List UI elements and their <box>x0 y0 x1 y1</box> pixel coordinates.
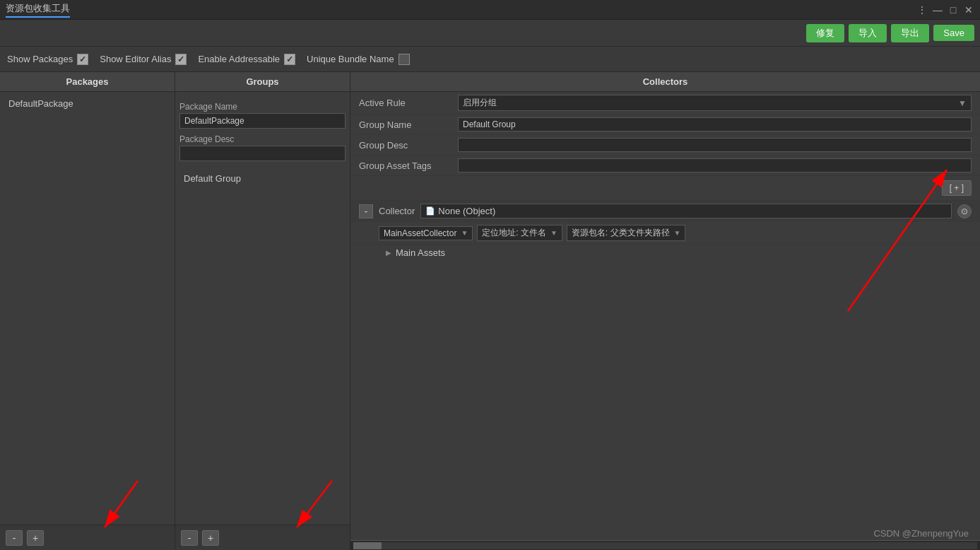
package-name-input[interactable] <box>179 113 346 129</box>
groups-content: Package Name Package Desc Default Group <box>175 92 350 525</box>
collectors-header: Collectors <box>350 72 980 92</box>
more-btn[interactable]: ⋮ <box>916 4 928 16</box>
packages-plus-btn[interactable]: + <box>27 530 44 546</box>
collectors-body: Active Rule 启用分组 ▼ Group Name <box>350 92 980 540</box>
title-bar: 资源包收集工具 ⋮ — □ ✕ <box>0 0 980 20</box>
scroll-thumb <box>353 542 382 549</box>
maximize-btn[interactable]: □ <box>947 4 959 16</box>
group-desc-value <box>458 138 972 152</box>
collectors-panel: Collectors Active Rule 启用分组 ▼ Group Name <box>350 72 980 550</box>
packages-footer: - + <box>0 525 175 550</box>
toolbar: 修复 导入 导出 Save <box>0 20 980 47</box>
file-icon: 📄 <box>425 206 435 216</box>
title-bar-right: ⋮ — □ ✕ <box>916 4 974 16</box>
active-rule-select[interactable]: 启用分组 ▼ <box>458 95 972 111</box>
groups-footer: - + <box>175 525 350 550</box>
scroll-track <box>353 542 977 549</box>
group-asset-tags-value <box>458 158 972 172</box>
collector-minus-btn[interactable]: - <box>359 204 373 218</box>
title-bar-left: 资源包收集工具 <box>6 2 70 18</box>
show-packages-checkbox[interactable] <box>77 54 88 65</box>
group-desc-label: Group Desc <box>359 140 458 151</box>
resource-name-text: 资源包名: 父类文件夹路径 <box>572 227 670 239</box>
main-asset-collector-text: MainAssetCollector <box>384 228 456 238</box>
group-asset-tags-input[interactable] <box>458 158 972 172</box>
groups-minus-btn[interactable]: - <box>181 530 198 546</box>
group-desc-input[interactable] <box>458 138 972 152</box>
active-rule-arrow: ▼ <box>958 98 967 108</box>
package-desc-label: Package Desc <box>179 134 346 144</box>
resource-name-dropdown[interactable]: 资源包名: 父类文件夹路径 ▼ <box>567 225 686 241</box>
packages-header: Packages <box>0 72 175 92</box>
group-name-input[interactable] <box>458 117 972 131</box>
window-title: 资源包收集工具 <box>6 2 70 18</box>
collector-settings-btn[interactable]: ⊙ <box>957 204 972 218</box>
triangle-icon: ▶ <box>386 249 391 257</box>
show-packages-option: Show Packages <box>7 54 88 65</box>
show-editor-alias-checkbox[interactable] <box>175 54 187 65</box>
unique-bundle-name-label: Unique Bundle Name <box>307 54 394 64</box>
minimize-btn[interactable]: — <box>932 4 943 16</box>
horizontal-scrollbar[interactable] <box>350 540 980 550</box>
collector-dropdown-arrow: ▼ <box>461 229 468 237</box>
close-btn[interactable]: ✕ <box>963 4 974 16</box>
collector-object-field[interactable]: 📄 None (Object) <box>420 204 952 218</box>
main-assets-label: Main Assets <box>396 247 445 258</box>
watermark: CSDN @ZhenpengYue <box>873 528 969 539</box>
show-editor-alias-option: Show Editor Alias <box>100 54 187 65</box>
add-collector-btn[interactable]: [ + ] <box>942 180 972 196</box>
resource-name-arrow: ▼ <box>674 229 681 237</box>
active-rule-value: 启用分组 ▼ <box>458 95 972 111</box>
add-collector-row: [ + ] <box>350 176 980 201</box>
packages-minus-btn[interactable]: - <box>6 530 23 546</box>
collector-label: Collector <box>379 206 415 216</box>
enable-addressable-label: Enable Addressable <box>198 54 280 64</box>
active-rule-text: 启用分组 <box>463 97 497 109</box>
package-desc-input[interactable] <box>179 146 346 161</box>
enable-addressable-checkbox[interactable] <box>284 54 295 65</box>
show-editor-alias-label: Show Editor Alias <box>100 54 171 64</box>
show-packages-label: Show Packages <box>7 54 73 64</box>
package-name-label: Package Name <box>179 102 346 112</box>
active-rule-row: Active Rule 启用分组 ▼ <box>350 92 980 115</box>
address-label-dropdown[interactable]: 定位地址: 文件名 ▼ <box>477 225 562 241</box>
groups-header: Groups <box>175 72 350 92</box>
collector-main-row: - Collector 📄 None (Object) ⊙ <box>350 201 980 222</box>
packages-content: DefaultPackage <box>0 92 175 525</box>
main-asset-collector-dropdown[interactable]: MainAssetCollector ▼ <box>379 226 473 240</box>
main-assets-row: ▶ Main Assets <box>350 245 980 261</box>
group-name-row: Group Name <box>350 115 980 135</box>
address-dropdown-arrow: ▼ <box>550 229 557 237</box>
unique-bundle-name-option: Unique Bundle Name <box>307 54 410 65</box>
options-row: Show Packages Show Editor Alias Enable A… <box>0 47 980 72</box>
package-item-default[interactable]: DefaultPackage <box>4 96 170 111</box>
collector-object-text: None (Object) <box>438 206 495 216</box>
export-button[interactable]: 导出 <box>891 24 929 42</box>
group-asset-tags-label: Group Asset Tags <box>359 160 458 171</box>
collector-dropdowns: MainAssetCollector ▼ 定位地址: 文件名 ▼ 资源包名: 父… <box>350 222 980 245</box>
unique-bundle-name-checkbox[interactable] <box>399 54 410 65</box>
groups-plus-btn[interactable]: + <box>202 530 219 546</box>
address-label-text: 定位地址: 文件名 <box>482 227 546 239</box>
group-desc-row: Group Desc <box>350 135 980 156</box>
group-name-label: Group Name <box>359 119 458 130</box>
main-layout: Packages DefaultPackage - + Groups Packa… <box>0 72 980 550</box>
group-name-value <box>458 117 972 131</box>
packages-panel: Packages DefaultPackage - + <box>0 72 175 550</box>
import-button[interactable]: 导入 <box>849 24 887 42</box>
active-rule-wrapper: 启用分组 ▼ <box>458 95 972 111</box>
enable-addressable-option: Enable Addressable <box>198 54 295 65</box>
groups-panel: Groups Package Name Package Desc Default… <box>175 72 350 550</box>
active-rule-label: Active Rule <box>359 98 458 108</box>
group-asset-tags-row: Group Asset Tags <box>350 156 980 176</box>
save-button[interactable]: Save <box>933 25 974 41</box>
group-item-default[interactable]: Default Group <box>179 171 346 186</box>
fix-button[interactable]: 修复 <box>806 24 844 42</box>
